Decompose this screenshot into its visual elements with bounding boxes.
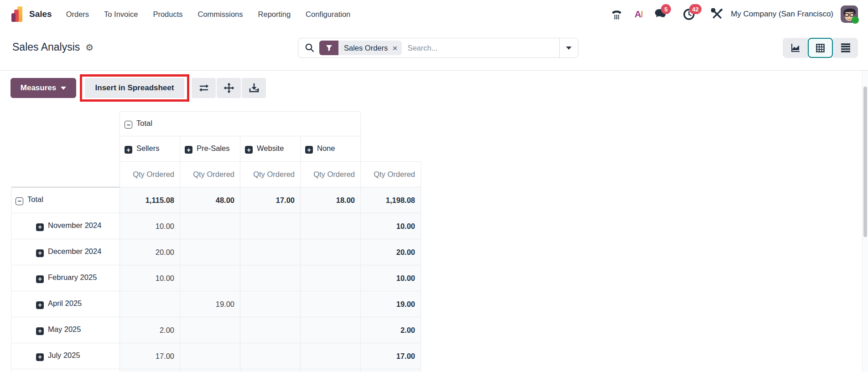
voip-phone-icon[interactable] (610, 7, 623, 21)
cell (180, 317, 240, 343)
cell (240, 265, 301, 291)
search-dropdown-toggle[interactable] (559, 38, 578, 57)
red-highlight-annotation: Insert in Spreadsheet (80, 74, 189, 102)
user-menu[interactable] (841, 5, 858, 23)
col-header-pre-sales[interactable]: +Pre-Sales (180, 136, 240, 162)
cell (301, 265, 361, 291)
scrollbar-thumb[interactable] (863, 87, 867, 237)
vertical-scrollbar (862, 71, 868, 372)
row-header-november-2024[interactable]: +November 2024 (11, 213, 120, 239)
menu-orders[interactable]: Orders (66, 7, 89, 21)
row-header-total[interactable]: −Total (11, 187, 120, 213)
cell-row-total: 10.00 (361, 213, 421, 239)
main-menu: Orders To Invoice Products Commissions R… (66, 7, 351, 21)
cell-row-total: 17.00 (361, 343, 421, 369)
view-graph-button[interactable] (783, 38, 808, 58)
expand-icon[interactable]: + (36, 275, 44, 283)
expand-icon[interactable]: + (185, 146, 192, 154)
expand-icon[interactable]: + (245, 146, 253, 154)
expand-all-button[interactable] (217, 78, 241, 98)
cell: 10.00 (120, 213, 180, 239)
messages-icon[interactable]: 5 (654, 7, 667, 21)
table-row: +May 2025 2.00 2.00 (11, 317, 421, 343)
expand-icon[interactable]: + (36, 327, 44, 335)
measure-header[interactable]: Qty Ordered (301, 162, 361, 187)
expand-icon[interactable]: + (36, 249, 44, 257)
table-row: +November 2024 10.00 10.00 (11, 213, 421, 239)
col-group-total-header[interactable]: −Total (120, 112, 361, 136)
row-header-december-2024[interactable]: +December 2024 (11, 239, 120, 265)
row-header-may-2025[interactable]: +May 2025 (11, 317, 120, 343)
cell (180, 213, 240, 239)
insert-in-spreadsheet-button[interactable]: Insert in Spreadsheet (85, 78, 184, 98)
app-name: Sales (29, 9, 52, 19)
menu-commissions[interactable]: Commissions (198, 7, 243, 21)
messages-count-badge: 5 (661, 4, 671, 14)
download-xlsx-button[interactable] (242, 78, 266, 98)
cell: 1,115.08 (120, 187, 180, 213)
row-header-july-2025[interactable]: +July 2025 (11, 343, 120, 369)
cell-row-total: 1,198.08 (361, 187, 421, 213)
expand-icon[interactable]: + (125, 146, 132, 154)
cell: 20.00 (120, 239, 180, 265)
cell (180, 265, 240, 291)
expand-icon[interactable]: + (36, 223, 44, 231)
cell (180, 239, 240, 265)
activities-clock-icon[interactable]: 42 (682, 7, 695, 21)
pivot-view-content: Measures Insert in Spreadsheet (0, 71, 868, 372)
cell-row-total: 2.00 (361, 317, 421, 343)
row-header-february-2025[interactable]: +February 2025 (11, 265, 120, 291)
sales-app-icon (11, 6, 22, 22)
expand-icon[interactable]: + (305, 146, 313, 154)
odoo-sales-screen: Sales Orders To Invoice Products Commiss… (0, 0, 868, 372)
cell: 10.00 (120, 265, 180, 291)
expand-icon[interactable]: + (36, 353, 44, 361)
tools-icon[interactable] (711, 7, 723, 21)
col-header-website[interactable]: +Website (240, 136, 301, 162)
cell-row-total: 10.00 (361, 265, 421, 291)
view-switcher (783, 38, 858, 58)
collapse-icon[interactable]: − (16, 197, 23, 205)
page-title: Sales Analysis (12, 41, 80, 53)
cell-row-total: 20.00 (361, 239, 421, 265)
col-header-none[interactable]: +None (301, 136, 361, 162)
apps-home-button[interactable]: Sales (11, 6, 52, 22)
measures-button[interactable]: Measures (10, 78, 76, 98)
online-status-dot (852, 16, 859, 24)
collapse-icon[interactable]: − (125, 121, 132, 129)
measure-header[interactable]: Qty Ordered (120, 162, 180, 187)
view-pivot-button[interactable] (808, 38, 833, 58)
filter-funnel-icon (319, 41, 338, 55)
cell (240, 343, 301, 369)
expand-icon[interactable]: + (36, 301, 44, 309)
measure-header[interactable]: Qty Ordered (240, 162, 301, 187)
cell (240, 291, 301, 317)
cell (180, 343, 240, 369)
col-header-sellers[interactable]: +Sellers (120, 136, 180, 162)
view-list-button[interactable] (833, 38, 858, 58)
cell (301, 317, 361, 343)
cell (240, 213, 301, 239)
pivot-blank-cell (361, 112, 421, 162)
facet-remove-icon[interactable]: × (392, 44, 397, 52)
company-switcher[interactable]: My Company (San Francisco) (731, 10, 833, 19)
flip-axis-button[interactable] (192, 78, 216, 98)
action-gear-icon[interactable]: ⚙ (85, 43, 94, 52)
ai-icon[interactable]: AI (632, 7, 645, 21)
pivot-table: −Total +Sellers +Pre-Sales +Website (11, 111, 421, 372)
table-row-total: −Total 1,115.08 48.00 17.00 18.00 1,198.… (11, 187, 421, 213)
row-header-april-2025[interactable]: +April 2025 (11, 291, 120, 317)
menu-configuration[interactable]: Configuration (306, 7, 350, 21)
measure-header[interactable]: Qty Ordered (180, 162, 240, 187)
facet-label: Sales Orders (344, 44, 388, 52)
menu-to-invoice[interactable]: To Invoice (104, 7, 138, 21)
search-input[interactable] (407, 44, 559, 52)
table-row: +July 2025 17.00 17.00 (11, 343, 421, 369)
measure-header[interactable]: Qty Ordered (361, 162, 421, 187)
chevron-down-icon (566, 46, 572, 50)
activities-count-badge: 42 (689, 4, 701, 14)
menu-reporting[interactable]: Reporting (258, 7, 291, 21)
caret-down-icon (61, 87, 66, 90)
menu-products[interactable]: Products (153, 7, 182, 21)
pivot-corner-cell (11, 112, 120, 187)
